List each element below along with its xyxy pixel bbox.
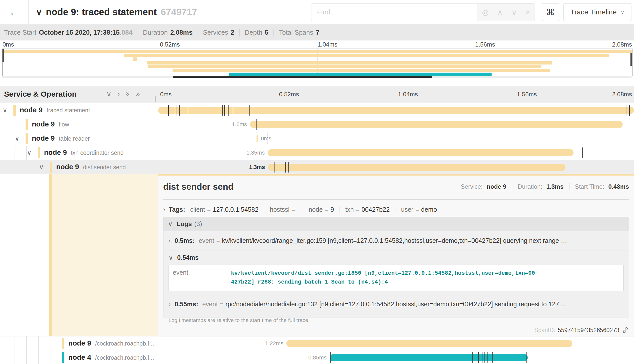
log-marker-tick <box>288 162 289 173</box>
log-marker-tick <box>179 105 180 116</box>
minimap-span-bar <box>3 50 632 53</box>
service-label: Service: <box>461 183 483 190</box>
span-row-table-reader[interactable]: ∨ node 9table reader 0ms <box>0 132 634 146</box>
log-marker-tick <box>168 105 169 116</box>
span-bar[interactable] <box>158 107 634 114</box>
span-duration-label: 1.3ms <box>249 164 268 170</box>
collapse-one-icon[interactable]: ∨ <box>106 90 112 98</box>
timeline-ruler: 0ms 0.52ms 1.04ms 1.56ms 2.08ms <box>158 86 634 103</box>
log-marker-tick <box>259 133 259 144</box>
summary-label: Duration <box>143 29 168 36</box>
log-entry[interactable]: › 0.55ms: event = rpc/nodedialer/nodedia… <box>163 294 629 314</box>
tags-label: Tags: <box>169 206 185 213</box>
span-row-txn-coordinator-send[interactable]: ∨ node 9txn coordinator send 1.35ms <box>0 146 634 160</box>
column-resize-handle[interactable] <box>154 96 158 102</box>
duration-value: 1.3ms <box>546 183 564 190</box>
find-input[interactable] <box>311 4 477 21</box>
back-button[interactable]: ← <box>0 0 29 24</box>
minimap-span-bar <box>148 65 541 68</box>
log-marker-tick <box>249 105 250 116</box>
trace-summary-bar: Trace Start October 15 2020, 17:38:15 .0… <box>0 25 634 40</box>
log-marker-tick <box>188 105 188 116</box>
log-value: rpc/nodedialer/nodedialer.go:132 [n9,cli… <box>225 301 566 308</box>
span-bar[interactable] <box>268 164 565 171</box>
chevron-down-icon[interactable]: ∨ <box>27 149 32 157</box>
log-marker-tick <box>492 352 493 363</box>
span-rows-area: ∨ node 9traced statement node 9flow 1.6m… <box>0 103 634 364</box>
expand-one-icon[interactable]: › <box>118 90 120 98</box>
collapse-trace-icon[interactable]: ∨ <box>36 7 42 17</box>
span-duration-label: 0.85ms <box>308 354 330 361</box>
chevron-down-icon[interactable]: ∨ <box>39 163 44 171</box>
minimap-span-bar <box>147 61 552 65</box>
ruler-label: 1.04ms <box>398 91 418 98</box>
log-value: kv/kvclient/kvcoord/range_iter.go:159 [n… <box>222 237 567 244</box>
log-time: 0.54ms <box>177 254 199 261</box>
minimap-scrollbar[interactable] <box>173 76 432 78</box>
back-arrow-icon: ← <box>9 6 19 18</box>
tag-value: 127.0.0.1:54582 <box>213 206 259 213</box>
view-selector-label: Trace Timeline <box>570 8 617 16</box>
tick-label: 2.08ms <box>612 41 632 48</box>
detail-row-left-gutter <box>0 174 158 336</box>
span-bar[interactable] <box>250 121 623 128</box>
link-icon[interactable] <box>622 327 629 334</box>
log-marker-tick <box>484 352 485 363</box>
span-row-node9-rpc[interactable]: node 9/cockroach.roachpb.I... 1.22ms <box>0 336 634 351</box>
tick-label: 0ms <box>3 41 14 48</box>
chevron-down-icon[interactable]: ∨ <box>3 106 7 114</box>
span-operation: traced statement <box>47 107 90 114</box>
log-marker-tick <box>228 105 228 116</box>
logs-header[interactable]: ∨ Logs (3) <box>163 217 629 231</box>
find-match-icon[interactable]: ◎ <box>482 8 489 17</box>
log-entry[interactable]: › 0.5ms: event = kv/kvclient/kvcoord/ran… <box>163 231 629 250</box>
find-clear-icon[interactable]: × <box>525 8 530 16</box>
span-bar[interactable] <box>286 340 572 347</box>
start-time-value: 0.48ms <box>608 183 629 190</box>
summary-label: Trace Start <box>4 29 36 36</box>
duration-label: Duration: <box>518 183 542 190</box>
log-marker-tick <box>626 105 626 116</box>
span-row-traced-statement[interactable]: ∨ node 9traced statement <box>0 103 634 117</box>
log-key: event <box>169 269 231 287</box>
log-detail-card: event kv/kvclient/kvcoord/dist_sender.go… <box>168 265 624 291</box>
summary-label: Total Spans <box>279 29 313 36</box>
summary-value: 2 <box>231 29 234 36</box>
keyboard-shortcuts-button[interactable]: ⌘ <box>542 3 559 21</box>
range-handle-left[interactable] <box>3 49 4 62</box>
log-marker-tick <box>222 105 223 116</box>
span-row-node4-rpc[interactable]: node 4/cockroach.roachpb.I... 0.85ms <box>0 351 634 364</box>
detail-span-accent-line <box>49 174 52 336</box>
find-prev-icon[interactable]: ∧ <box>497 8 503 17</box>
minimap-canvas[interactable] <box>2 49 632 76</box>
span-row-dist-sender-send[interactable]: ∨ node 9dist sender send 1.3ms <box>0 160 634 174</box>
span-bar[interactable] <box>268 149 574 156</box>
log-marker-tick <box>226 105 226 116</box>
log-marker-tick <box>177 105 177 116</box>
log-entry-expanded-header[interactable]: ∨ 0.54ms <box>163 250 629 265</box>
view-selector-button[interactable]: Trace Timeline ∨ <box>563 3 631 21</box>
tags-row[interactable]: › Tags: client=127.0.0.1:54582 hostssl= … <box>163 204 629 215</box>
trace-minimap: 0ms 0.52ms 1.04ms 1.56ms 2.08ms <box>0 40 634 86</box>
chevron-right-icon[interactable]: › <box>163 206 165 213</box>
log-marker-tick <box>175 105 175 116</box>
span-row-flow[interactable]: node 9flow 1.6ms <box>0 117 634 132</box>
span-color-bar <box>62 338 64 349</box>
ruler-label: 0.52ms <box>279 91 299 98</box>
tag-equals: = <box>325 206 329 213</box>
span-bar[interactable] <box>330 354 528 361</box>
collapse-all-icon[interactable]: » <box>124 92 132 96</box>
chevron-down-icon[interactable]: ∨ <box>15 135 19 142</box>
span-id-row: SpanID: 5597415943526560273 <box>534 327 629 334</box>
chevron-down-icon: ∨ <box>168 254 173 261</box>
span-bar[interactable] <box>257 135 258 142</box>
span-duration-label: 1.22ms <box>265 340 286 347</box>
expand-all-icon[interactable]: » <box>136 90 140 98</box>
trace-viewer: ← ∨ node 9: traced statement 6749717 ◎ ∧… <box>0 0 634 364</box>
log-marker-tick <box>285 162 286 173</box>
span-color-bar <box>50 162 52 173</box>
detail-title: dist sender send <box>163 182 234 192</box>
tick-label: 0.52ms <box>160 41 180 48</box>
range-handle-right[interactable] <box>630 53 632 66</box>
find-next-icon[interactable]: ∨ <box>511 8 517 17</box>
